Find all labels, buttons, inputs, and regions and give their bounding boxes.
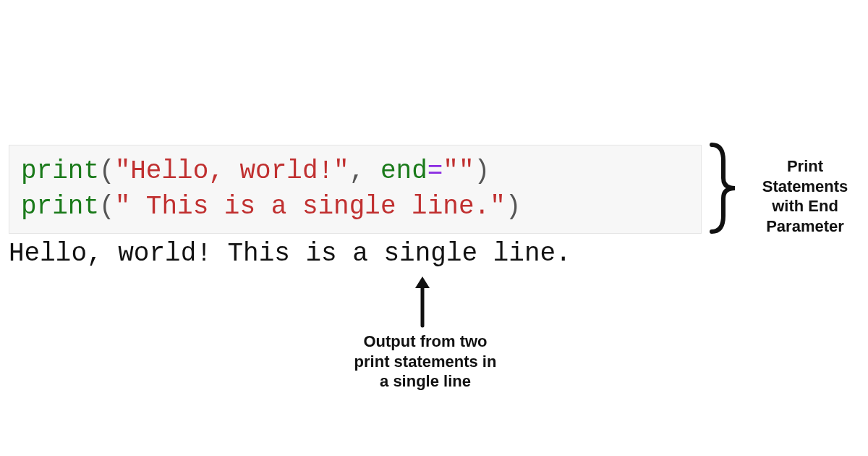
token-func: print (21, 192, 99, 221)
token-func: print (21, 156, 99, 186)
arrow-up-icon (408, 275, 437, 329)
code-block: print("Hello, world!", end="") print(" T… (9, 145, 702, 234)
token-keyword-end: end (380, 156, 427, 186)
token-close-paren: ) (475, 156, 490, 186)
annotation-output: Output from two print statements in a si… (353, 332, 498, 392)
output-text: Hello, world! This is a single line. (9, 239, 571, 269)
token-open-paren: ( (99, 192, 115, 221)
token-open-paren: ( (99, 156, 115, 186)
token-close-paren: ) (506, 192, 522, 221)
token-string: " This is a single line." (115, 192, 506, 221)
token-comma: , (349, 156, 380, 186)
code-line-1: print("Hello, world!", end="") (21, 154, 689, 190)
token-string: "Hello, world!" (115, 156, 349, 186)
token-string: "" (443, 156, 474, 186)
token-equals: = (427, 156, 443, 186)
curly-brace-icon (703, 138, 745, 239)
annotation-print-statements: Print Statements with End Parameter (751, 156, 859, 236)
code-line-2: print(" This is a single line.") (21, 190, 689, 225)
svg-marker-1 (415, 276, 430, 288)
